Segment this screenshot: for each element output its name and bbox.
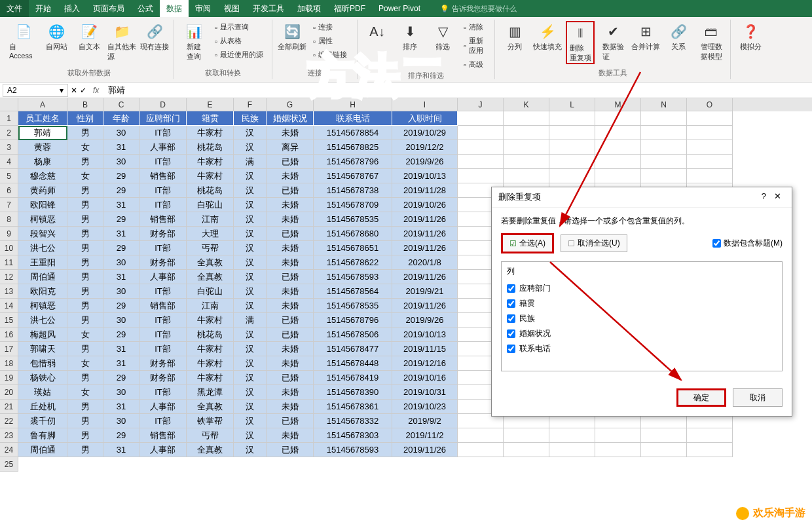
cell[interactable]: 31	[103, 356, 139, 371]
help-button[interactable]: ?	[758, 191, 770, 201]
cell[interactable]: 桃花岛	[187, 328, 234, 342]
cell[interactable]: 2019/11/26	[392, 443, 458, 457]
cell[interactable]: 人事部	[139, 400, 187, 414]
row-header[interactable]: 5	[0, 169, 18, 183]
col-header[interactable]: L	[549, 98, 595, 111]
cell[interactable]: 30	[103, 155, 139, 169]
cell[interactable]	[549, 126, 595, 140]
cell[interactable]: 人事部	[139, 140, 187, 155]
cell[interactable]: 2019/12/2	[392, 140, 458, 155]
cell[interactable]: 29	[103, 241, 139, 255]
cell[interactable]: 已婚	[267, 328, 314, 342]
cell[interactable]	[549, 155, 595, 169]
row-header[interactable]: 1	[0, 111, 18, 126]
cell[interactable]: 30	[103, 385, 139, 400]
ext-data-btn-0[interactable]: 📄自 Access	[9, 21, 38, 62]
cell[interactable]	[687, 140, 733, 155]
cell[interactable]: 女	[67, 385, 103, 400]
cell[interactable]: 汉	[234, 227, 267, 241]
cell[interactable]: 男	[67, 198, 103, 212]
col-header[interactable]: O	[687, 98, 733, 111]
cell[interactable]: 15145678332	[314, 414, 392, 428]
cell[interactable]: 牛家村	[187, 155, 234, 169]
row-header[interactable]: 19	[0, 371, 18, 385]
cell[interactable]: 销售部	[139, 212, 187, 227]
col-header[interactable]: J	[458, 98, 504, 111]
cell[interactable]: 洪七公	[18, 313, 67, 328]
cell[interactable]: 欧阳锋	[18, 198, 67, 212]
row-header[interactable]: 18	[0, 356, 18, 371]
cell[interactable]	[641, 443, 687, 457]
cell[interactable]	[549, 169, 595, 183]
column-checkbox-1[interactable]: 籍贯	[507, 296, 777, 311]
header-cell[interactable]	[687, 111, 733, 126]
row-header[interactable]: 11	[0, 255, 18, 270]
cell[interactable]: IT部	[139, 155, 187, 169]
col-header[interactable]: A	[18, 98, 67, 111]
cell[interactable]: 已婚	[267, 270, 314, 284]
cell[interactable]: 已婚	[267, 183, 314, 198]
col-header[interactable]: M	[595, 98, 641, 111]
cell[interactable]: 大理	[187, 227, 234, 241]
menu-tab-7[interactable]: 开发工具	[246, 0, 291, 17]
header-cell[interactable]: 年龄	[103, 111, 139, 126]
row-header[interactable]: 2	[0, 126, 18, 140]
cell[interactable]: 销售部	[139, 169, 187, 183]
ribbon-item[interactable]: ▫从表格	[212, 35, 266, 47]
menu-tab-10[interactable]: Power Pivot	[372, 0, 427, 17]
cell[interactable]: IT部	[139, 183, 187, 198]
cell[interactable]: 包惜弱	[18, 356, 67, 371]
cancel-icon[interactable]: ✕	[71, 86, 77, 95]
cell[interactable]: 男	[67, 270, 103, 284]
menu-tab-6[interactable]: 视图	[217, 0, 246, 17]
ext-data-btn-1[interactable]: 🌐自网站	[42, 21, 71, 62]
header-cell[interactable]: 籍贯	[187, 111, 234, 126]
cell[interactable]: 15145678825	[314, 140, 392, 155]
cell[interactable]: 女	[67, 328, 103, 342]
whatif-button[interactable]: ❓模拟分	[736, 21, 765, 52]
cell[interactable]: 30	[103, 414, 139, 428]
cell[interactable]: 白驼山	[187, 198, 234, 212]
cell[interactable]: 2019/10/23	[392, 400, 458, 414]
cell[interactable]: 15145678796	[314, 313, 392, 328]
cell[interactable]: 汉	[234, 212, 267, 227]
cell[interactable]: 2019/11/26	[392, 241, 458, 255]
cell[interactable]: 15145678709	[314, 198, 392, 212]
cell[interactable]: IT部	[139, 313, 187, 328]
cell[interactable]: IT部	[139, 198, 187, 212]
cell[interactable]: 汉	[234, 126, 267, 140]
row-header[interactable]: 10	[0, 241, 18, 255]
menu-tab-2[interactable]: 页面布局	[86, 0, 131, 17]
cell[interactable]: 15145678738	[314, 183, 392, 198]
cell[interactable]: 15145678593	[314, 443, 392, 457]
cell[interactable]: 黑龙潭	[187, 385, 234, 400]
cell[interactable]	[504, 443, 549, 457]
cell[interactable]: 未婚	[267, 400, 314, 414]
header-cell[interactable]: 入职时间	[392, 111, 458, 126]
ribbon-item[interactable]: ▫编辑链接	[310, 48, 350, 61]
ribbon-item[interactable]: ▫属性	[310, 35, 350, 47]
cell[interactable]	[458, 169, 504, 183]
row-header[interactable]: 25	[0, 457, 18, 472]
col-header[interactable]: F	[234, 98, 267, 111]
menu-tab-1[interactable]: 插入	[58, 0, 86, 17]
cell[interactable]: 汉	[234, 342, 267, 356]
cell[interactable]: 裘千仞	[18, 414, 67, 428]
cell[interactable]: 已婚	[267, 414, 314, 428]
row-header[interactable]: 9	[0, 227, 18, 241]
cell[interactable]: IT部	[139, 414, 187, 428]
cell[interactable]: 2019/9/2	[392, 414, 458, 428]
cell[interactable]	[687, 155, 733, 169]
cell[interactable]	[687, 169, 733, 183]
check-icon[interactable]: ✓	[80, 86, 86, 95]
cell[interactable]: 男	[67, 241, 103, 255]
cell[interactable]: 全真教	[187, 443, 234, 457]
cell[interactable]: 15145678854	[314, 126, 392, 140]
cell[interactable]: 汉	[234, 270, 267, 284]
cell[interactable]: 未婚	[267, 428, 314, 443]
cell[interactable]: 财务部	[139, 356, 187, 371]
cell[interactable]: 31	[103, 227, 139, 241]
cell[interactable]	[595, 428, 641, 443]
cell[interactable]: 15145678390	[314, 385, 392, 400]
cell[interactable]: 女	[67, 169, 103, 183]
